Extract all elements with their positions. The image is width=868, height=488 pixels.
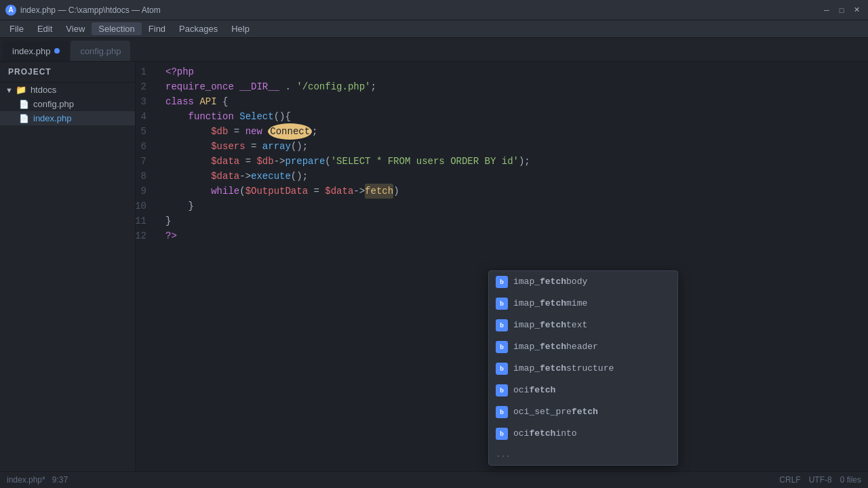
ac-item-2[interactable]: b imap_fetchmime: [489, 293, 677, 314]
line-num-3: 3: [136, 94, 155, 109]
ac-item-6[interactable]: b ocifetch: [489, 380, 677, 401]
ac-item-3[interactable]: b imap_fetchtext: [489, 314, 677, 336]
code-line-12: ?>: [165, 228, 868, 243]
menu-packages[interactable]: Packages: [172, 22, 224, 35]
code-line-7: $data = $db -> prepare ( 'SELECT * FROM …: [165, 154, 868, 169]
titlebar: A index.php — C:\xampp\htdocs — Atom ─ □…: [0, 0, 868, 20]
statusbar-left: index.php* 9:37: [7, 475, 768, 485]
line-numbers: 1 2 3 4 5 6 7 8 9 10 11 12: [136, 64, 163, 243]
ac-icon-4: b: [496, 341, 508, 353]
code-line-2: require_once __DIR__ . '/config.php' ;: [165, 79, 868, 94]
status-files-count[interactable]: 0 files: [840, 475, 861, 485]
code-line-1: <?php: [165, 64, 868, 79]
status-position[interactable]: 9:37: [52, 475, 68, 485]
ac-item-1[interactable]: b imap_fetchbody: [489, 271, 677, 293]
close-button[interactable]: ✕: [850, 4, 863, 16]
ac-item-7[interactable]: b oci_set_prefetch: [489, 401, 677, 423]
sidebar-folder-htdocs[interactable]: ▼ 📁 htdocs: [0, 83, 135, 97]
code-line-9: while ( $OutputData = $data -> fetch ): [165, 184, 868, 199]
minimize-button[interactable]: ─: [821, 4, 833, 16]
ac-icon-7: b: [496, 406, 508, 418]
sidebar: Project ▼ 📁 htdocs 📄 config.php 📄 index.…: [0, 62, 136, 476]
ac-item-4[interactable]: b imap_fetchheader: [489, 336, 677, 358]
chevron-down-icon: ▼: [5, 86, 13, 94]
code-content: <?php require_once __DIR__ . '/config.ph…: [163, 64, 868, 243]
code-line-6: $users = array ();: [165, 139, 868, 154]
file-icon: 📄: [19, 100, 29, 109]
ac-item-8[interactable]: b ocifetchinto: [489, 423, 677, 445]
titlebar-left: A index.php — C:\xampp\htdocs — Atom: [5, 5, 161, 16]
highlighted-fetch: fetch: [365, 184, 393, 199]
folder-icon: 📁: [16, 85, 26, 95]
ac-icon-2: b: [496, 298, 508, 310]
status-file[interactable]: index.php*: [7, 475, 45, 485]
ac-icon-6: b: [496, 384, 508, 396]
app-icon: A: [5, 5, 16, 16]
file-icon: 📄: [19, 114, 29, 123]
file-name: index.php: [33, 113, 71, 123]
ac-more-indicator: ...: [489, 445, 677, 465]
menu-view[interactable]: View: [59, 22, 92, 35]
code-line-3: class API {: [165, 94, 868, 109]
autocomplete-dropdown[interactable]: b imap_fetchbody b imap_fetchmime b imap…: [488, 270, 678, 466]
statusbar-right: CRLF UTF-8 0 files: [779, 475, 861, 485]
sidebar-file-index[interactable]: 📄 index.php: [0, 111, 135, 125]
ac-icon-8: b: [496, 428, 508, 440]
line-num-2: 2: [136, 79, 155, 94]
titlebar-title: index.php — C:\xampp\htdocs — Atom: [20, 5, 161, 15]
line-num-8: 8: [136, 169, 155, 184]
tab-label: config.php: [80, 46, 121, 56]
line-num-11: 11: [136, 214, 155, 228]
line-num-6: 6: [136, 139, 155, 154]
sidebar-header: Project: [0, 62, 135, 83]
line-num-4: 4: [136, 109, 155, 124]
titlebar-controls: ─ □ ✕: [821, 4, 863, 16]
tab-modified-indicator: [54, 48, 60, 54]
tab-label: index.php: [12, 46, 50, 56]
tab-bar: index.php config.php: [0, 38, 868, 62]
line-num-1: 1: [136, 64, 155, 79]
ac-item-5[interactable]: b imap_fetchstructure: [489, 358, 677, 380]
statusbar: index.php* 9:37 CRLF UTF-8 0 files: [0, 471, 868, 488]
tab-index-php[interactable]: index.php: [3, 41, 69, 61]
menu-edit[interactable]: Edit: [31, 22, 59, 35]
folder-name: htdocs: [31, 85, 56, 95]
code-line-5: $db = new Connect ;: [165, 124, 868, 139]
status-encoding[interactable]: UTF-8: [809, 475, 832, 485]
ac-icon-5: b: [496, 363, 508, 375]
status-line-ending[interactable]: CRLF: [779, 475, 800, 485]
line-num-10: 10: [136, 199, 155, 214]
sidebar-file-config[interactable]: 📄 config.php: [0, 97, 135, 111]
menu-file[interactable]: File: [3, 22, 31, 35]
line-num-7: 7: [136, 154, 155, 169]
menu-find[interactable]: Find: [142, 22, 172, 35]
highlighted-connect: Connect: [268, 123, 312, 140]
ac-icon-1: b: [496, 276, 508, 288]
line-num-5: 5: [136, 124, 155, 139]
code-line-8: $data -> execute ();: [165, 169, 868, 184]
tab-config-php[interactable]: config.php: [71, 41, 130, 61]
menubar: File Edit View Selection Find Packages H…: [0, 20, 868, 38]
maximize-button[interactable]: □: [835, 4, 848, 16]
line-num-9: 9: [136, 184, 155, 199]
menu-help[interactable]: Help: [224, 22, 256, 35]
file-name: config.php: [33, 99, 74, 109]
code-line-10: }: [165, 199, 868, 214]
code-area: 1 2 3 4 5 6 7 8 9 10 11 12 <?php: [136, 62, 868, 246]
code-line-4: function Select (){: [165, 109, 868, 124]
line-num-12: 12: [136, 228, 155, 243]
menu-selection[interactable]: Selection: [92, 22, 141, 35]
main-layout: Project ▼ 📁 htdocs 📄 config.php 📄 index.…: [0, 62, 868, 476]
ac-icon-3: b: [496, 319, 508, 331]
code-line-11: }: [165, 214, 868, 228]
editor[interactable]: 1 2 3 4 5 6 7 8 9 10 11 12 <?php: [136, 62, 868, 476]
